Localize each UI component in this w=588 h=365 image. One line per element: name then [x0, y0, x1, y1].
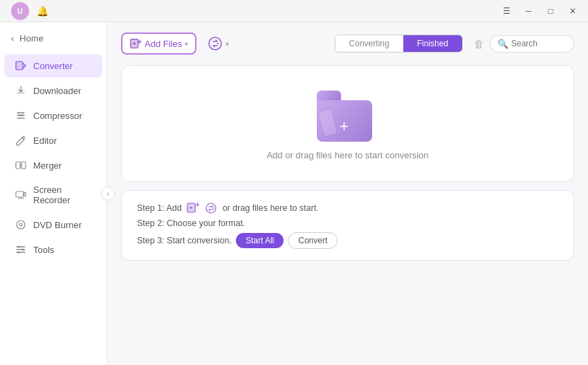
sidebar-item-merger[interactable]: Merger — [4, 153, 102, 177]
app-body: ‹ Home Converter Downloader — [0, 22, 588, 365]
folder-icon: + — [317, 86, 379, 142]
convert-tool-button[interactable]: ▾ — [202, 32, 235, 55]
titlebar-icons: U 🔔 — [11, 2, 51, 20]
tab-finished[interactable]: Finished — [403, 35, 462, 52]
editor-label: Editor — [33, 135, 57, 146]
sidebar-item-downloader[interactable]: Downloader — [4, 79, 102, 102]
step1-prefix: Step 1: Add — [137, 203, 182, 213]
add-files-label: Add Files — [145, 39, 182, 49]
downloader-icon — [15, 85, 26, 96]
step-1-row: Step 1: Add — [137, 202, 558, 214]
content-area: + Add or drag files here to start conver… — [121, 65, 574, 355]
maximize-button[interactable]: □ — [541, 3, 560, 19]
compressor-icon — [15, 110, 26, 121]
add-file-mini-icon — [186, 202, 201, 214]
tools-label: Tools — [33, 245, 54, 255]
step1-suffix: or drag files here to start. — [223, 203, 319, 213]
tab-converting[interactable]: Converting — [336, 35, 403, 52]
folder-shine — [318, 110, 336, 136]
sidebar-item-converter[interactable]: Converter — [4, 54, 102, 77]
dvd-burner-icon — [15, 219, 26, 230]
search-input[interactable] — [511, 39, 567, 48]
step-2-row: Step 2: Choose your format. — [137, 218, 558, 228]
convert-mini-icon — [203, 202, 219, 214]
editor-icon — [15, 135, 26, 146]
sidebar-item-dvd-burner[interactable]: DVD Burner — [4, 213, 102, 236]
svg-point-7 — [19, 223, 22, 226]
tools-icon — [15, 244, 26, 255]
converter-label: Converter — [33, 61, 73, 71]
svg-point-6 — [17, 221, 25, 229]
svg-rect-5 — [16, 191, 24, 197]
svg-point-13 — [209, 37, 221, 50]
home-label: Home — [19, 33, 44, 44]
sidebar-item-editor[interactable]: Editor — [4, 129, 102, 152]
convert-dropdown-arrow[interactable]: ▾ — [226, 40, 229, 48]
add-file-icon — [129, 37, 142, 50]
folder-plus-icon: + — [340, 118, 349, 135]
tabs-toggle: Converting Finished — [335, 35, 463, 53]
close-button[interactable]: ✕ — [563, 3, 582, 19]
convert-button[interactable]: Convert — [288, 232, 338, 249]
drop-zone-text: Add or drag files here to start conversi… — [266, 150, 428, 160]
svg-point-9 — [22, 249, 24, 251]
sidebar-item-tools[interactable]: Tools — [4, 238, 102, 261]
user-avatar: U — [11, 2, 29, 20]
toolbar-actions: 🗑 🔍 — [474, 35, 574, 53]
add-files-button[interactable]: Add Files ▾ — [121, 32, 196, 55]
titlebar: U 🔔 ☰ ─ □ ✕ — [0, 0, 588, 22]
merger-label: Merger — [33, 160, 62, 171]
minimize-button[interactable]: ─ — [519, 3, 538, 19]
screen-recorder-label: Screen Recorder — [33, 185, 91, 205]
dvd-burner-label: DVD Burner — [33, 220, 82, 230]
search-box[interactable]: 🔍 — [490, 35, 574, 53]
downloader-label: Downloader — [33, 86, 81, 96]
sidebar-item-compressor[interactable]: Compressor — [4, 104, 102, 127]
svg-point-10 — [18, 252, 20, 254]
steps-area: Step 1: Add — [121, 190, 574, 261]
menu-button[interactable]: ☰ — [497, 3, 516, 19]
start-all-button[interactable]: Start All — [236, 233, 284, 248]
screen-recorder-icon — [15, 189, 26, 200]
toolbar: Add Files ▾ ▾ Converting Finished 🗑 — [121, 32, 574, 55]
trash-icon[interactable]: 🗑 — [474, 38, 484, 50]
step2-text: Step 2: Choose your format. — [137, 218, 245, 228]
svg-rect-3 — [16, 162, 20, 169]
svg-point-8 — [18, 246, 20, 248]
search-icon: 🔍 — [497, 39, 508, 49]
sidebar: ‹ Home Converter Downloader — [0, 22, 107, 365]
drop-zone[interactable]: + Add or drag files here to start conver… — [121, 65, 574, 182]
main-content: Add Files ▾ ▾ Converting Finished 🗑 — [107, 22, 588, 365]
compressor-label: Compressor — [33, 111, 82, 121]
merger-icon — [15, 160, 26, 171]
convert-tool-icon — [208, 36, 223, 51]
folder-tab — [317, 91, 341, 100]
sidebar-collapse-button[interactable]: ‹ — [101, 187, 115, 200]
converter-icon — [15, 60, 26, 71]
step-3-row: Step 3: Start conversion. Start All Conv… — [137, 232, 558, 249]
bell-icon[interactable]: 🔔 — [33, 2, 51, 20]
step1-icons — [186, 202, 219, 214]
svg-rect-0 — [16, 62, 23, 70]
add-dropdown-arrow[interactable]: ▾ — [185, 40, 188, 48]
folder-body: + — [317, 100, 372, 142]
svg-rect-4 — [21, 162, 26, 169]
home-nav[interactable]: ‹ Home — [0, 28, 107, 53]
sidebar-item-screen-recorder[interactable]: Screen Recorder — [4, 178, 102, 212]
back-arrow-icon: ‹ — [11, 33, 14, 44]
step3-prefix: Step 3: Start conversion. — [137, 236, 232, 245]
